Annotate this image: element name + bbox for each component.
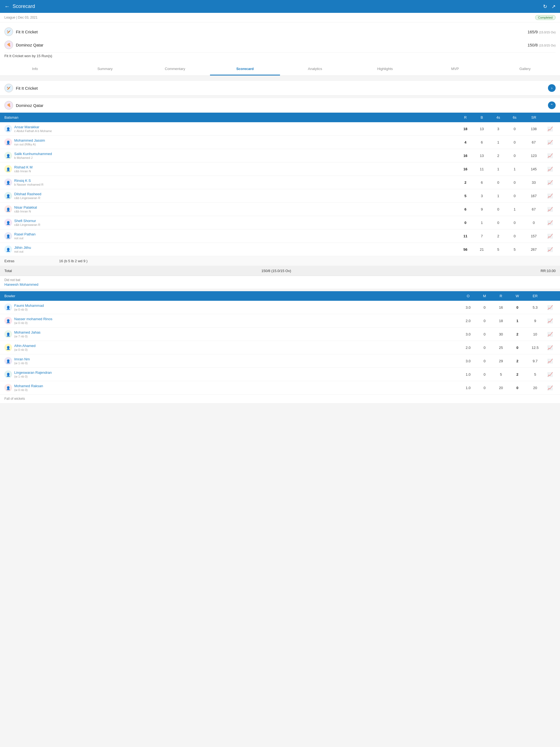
batting-player-row: 👤 Ansar Marakkar c Abdul Fathah A b Moha… (0, 122, 560, 136)
batting-chart-icon[interactable]: 📈 (545, 180, 556, 185)
batting-stat-4s: 5 (490, 248, 506, 252)
bowler-avatar: 👤 (4, 344, 12, 351)
bowling-chart-icon[interactable]: 📈 (545, 372, 556, 377)
batting-player-info: Rinsiq K S b Nasser mohamed R (14, 179, 44, 186)
svg-text:👤: 👤 (6, 167, 11, 172)
batting-stat-b: 7 (474, 234, 490, 238)
batting-player-left: 👤 Rasel Pathan not out (4, 232, 457, 240)
batting-stat-6s: 1 (506, 207, 523, 211)
batting-player-info: Salik Kunhumuhammed b Mohamed J (14, 152, 52, 159)
batting-player-row: 👤 Rishad K M c&b Imran N 16 11 1 1 145 📈 (0, 162, 560, 176)
rr-value: RR:10.00 (541, 269, 556, 273)
batting-chart-icon[interactable]: 📈 (545, 126, 556, 131)
batting-stat-b: 21 (474, 248, 490, 252)
back-button[interactable]: ← (4, 3, 10, 9)
batting-stat-4s: 0 (490, 207, 506, 211)
batting-stat-6s: 0 (506, 194, 523, 198)
batting-stat-4s: 2 (490, 234, 506, 238)
tab-scorecard[interactable]: Scorecard (210, 63, 280, 75)
team2-section-name: Dominoz Qatar (16, 103, 44, 108)
team2-section-header[interactable]: 🍕 Dominoz Qatar ⌃ (0, 98, 560, 113)
bowling-col-o: O (460, 294, 476, 298)
bowling-player-row: 👤 Mohamed Jahas (w 7 nb 0) 3.0 0 30 2 10… (0, 328, 560, 341)
bowling-stat-r: 16 (493, 305, 509, 310)
bowling-chart-icon[interactable]: 📈 (545, 345, 556, 350)
player-avatar: 👤 (4, 179, 12, 186)
share-icon[interactable]: ↗ (552, 4, 556, 9)
batting-stat-6s: 5 (506, 248, 523, 252)
player-avatar: 👤 (4, 165, 12, 173)
tab-analytics[interactable]: Analytics (280, 63, 350, 75)
batting-stat-b: 6 (474, 140, 490, 145)
bowling-stat-o: 3.0 (460, 332, 476, 336)
bowling-stat-er: 20 (526, 386, 545, 390)
league-date: League | Dec 03, 2021 (4, 16, 37, 19)
batting-stat-sr: 67 (523, 140, 545, 145)
bowling-player-detail: (w 1 nb 0) (14, 361, 30, 365)
tab-commentary[interactable]: Commentary (140, 63, 210, 75)
bowling-stat-m: 0 (476, 319, 493, 323)
batting-chart-icon[interactable]: 📈 (545, 140, 556, 145)
bowling-chart-icon[interactable]: 📈 (545, 332, 556, 337)
bowling-player-name: Mohamed Jahas (14, 330, 41, 334)
bowling-stat-o: 3.0 (460, 359, 476, 363)
batting-col-6s: 6s (506, 115, 523, 120)
player-avatar: 👤 (4, 152, 12, 159)
tab-summary[interactable]: Summary (70, 63, 140, 75)
tab-mvp[interactable]: MVP (420, 63, 490, 75)
batting-player-row: 👤 Nisar Palakkal c&b Imran N 6 9 0 1 67 … (0, 203, 560, 216)
batting-chart-icon[interactable]: 📈 (545, 166, 556, 172)
batting-stat-r: 5 (457, 194, 474, 198)
batting-stat-6s: 0 (506, 234, 523, 238)
bowling-stat-m: 0 (476, 305, 493, 310)
tab-gallery[interactable]: Gallery (490, 63, 560, 75)
team1-row: 🏏 Fit It Cricket 165/9 (15.0/15 Ov) (4, 25, 556, 38)
batting-chart-icon[interactable]: 📈 (545, 207, 556, 212)
batting-col-sr: SR (523, 115, 545, 120)
batting-player-name: Shefi Shornur (14, 219, 40, 223)
batting-player-row: 👤 Jithin Jithu not out 56 21 5 5 267 📈 (0, 243, 560, 256)
batting-chart-icon[interactable]: 📈 (545, 247, 556, 252)
bowling-stat-r: 25 (493, 345, 509, 350)
header-title: Scorecard (12, 4, 35, 9)
team1-expand-btn[interactable]: › (548, 84, 556, 92)
league-date-row: League | Dec 03, 2021 Completed (4, 15, 556, 20)
refresh-icon[interactable]: ↻ (543, 4, 547, 9)
svg-text:🍕: 🍕 (7, 43, 11, 47)
batting-chart-icon[interactable]: 📈 (545, 193, 556, 199)
batting-player-detail: c&b Lingeswaran R (14, 223, 40, 226)
bowling-player-detail: (w 0 nb 0) (14, 321, 52, 325)
bowler-avatar: 👤 (4, 370, 12, 378)
batting-stat-4s: 1 (490, 194, 506, 198)
batting-stat-sr: 123 (523, 154, 545, 158)
batting-chart-icon[interactable]: 📈 (545, 153, 556, 158)
svg-text:👤: 👤 (6, 207, 11, 212)
bowling-chart-icon[interactable]: 📈 (545, 358, 556, 364)
batting-player-name: Mohammed Jassim (14, 138, 45, 143)
team1-name: Fit It Cricket (16, 29, 38, 34)
team1-section-header[interactable]: 🏏 Fit It Cricket › (0, 81, 560, 96)
bowling-chart-icon[interactable]: 📈 (545, 318, 556, 324)
tab-highlights[interactable]: Highlights (350, 63, 420, 75)
bowling-player-row: 👤 Mohamed Raksan (w 0 nb 0) 1.0 0 20 0 2… (0, 381, 560, 394)
batting-stat-sr: 33 (523, 180, 545, 185)
batting-player-info: Shefi Shornur c&b Lingeswaran R (14, 219, 40, 226)
svg-text:👤: 👤 (6, 386, 11, 390)
batting-player-name: Rasel Pathan (14, 232, 35, 236)
batting-chart-icon[interactable]: 📈 (545, 233, 556, 239)
bowling-col-r: R (493, 294, 509, 298)
bowling-chart-icon[interactable]: 📈 (545, 385, 556, 390)
batting-chart-icon[interactable]: 📈 (545, 220, 556, 225)
batting-player-info: Nisar Palakkal c&b Imran N (14, 205, 37, 213)
bowling-col-bowler: Bowler (4, 294, 460, 298)
bowling-stat-m: 0 (476, 359, 493, 363)
team2-expand-btn[interactable]: ⌃ (548, 101, 556, 109)
batting-player-left: 👤 Shefi Shornur c&b Lingeswaran R (4, 219, 457, 226)
bowling-chart-icon[interactable]: 📈 (545, 305, 556, 310)
player-avatar: 👤 (4, 192, 12, 200)
batting-player-name: Rishad K M (14, 165, 32, 169)
tab-info[interactable]: Info (0, 63, 70, 75)
batting-stat-r: 18 (457, 127, 474, 131)
bowling-stat-o: 2.0 (460, 345, 476, 350)
bowling-player-left: 👤 Mohamed Raksan (w 0 nb 0) (4, 384, 460, 391)
